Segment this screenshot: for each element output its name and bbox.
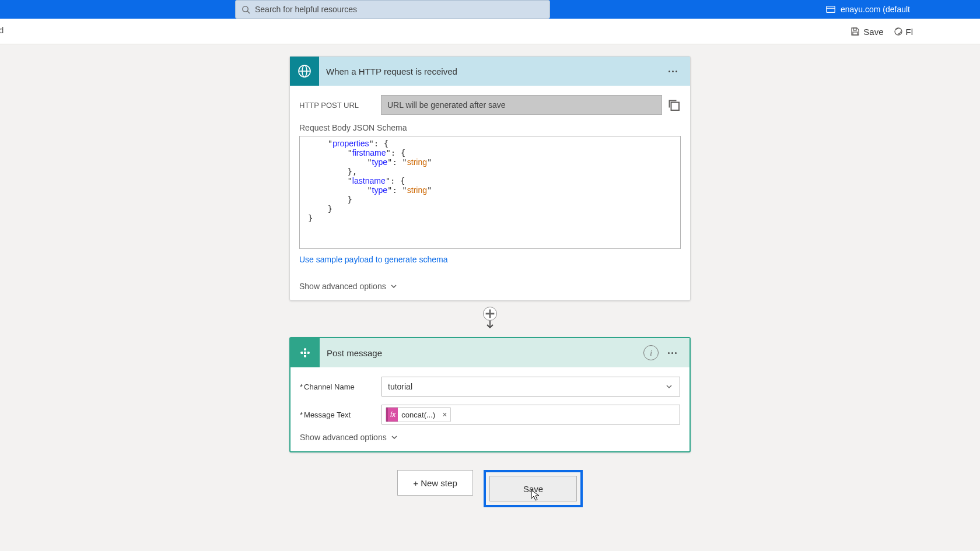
http-icon	[290, 57, 319, 86]
tenant-name: enayu.com (default	[841, 5, 910, 14]
slack-icon	[290, 338, 320, 367]
breadcrumb-fragment: d	[0, 25, 4, 35]
message-input[interactable]: fx concat(...) ×	[382, 405, 680, 424]
action-card: Post message i Channel Name tutorial Mes…	[289, 337, 691, 452]
cursor-icon	[531, 490, 540, 501]
save-icon	[850, 27, 860, 36]
action-title: Post message	[327, 348, 643, 358]
trigger-card: When a HTTP request is received HTTP POS…	[289, 56, 691, 301]
connector	[483, 307, 497, 332]
cmdbar-flow-button[interactable]: Fl	[893, 26, 914, 37]
search-icon	[242, 5, 250, 14]
channel-value: tutorial	[388, 382, 412, 391]
svg-rect-6	[853, 32, 858, 35]
svg-rect-11	[671, 103, 680, 111]
flow-checker-icon	[893, 26, 904, 37]
info-button[interactable]: i	[643, 345, 659, 360]
tenant-switcher[interactable]: enayu.com (default	[825, 4, 910, 15]
svg-line-1	[247, 11, 250, 13]
save-highlight: Save	[484, 470, 583, 507]
svg-rect-2	[827, 6, 835, 13]
cmdbar-save-button[interactable]: Save	[850, 27, 883, 37]
url-label: HTTP POST URL	[299, 101, 381, 110]
trigger-header[interactable]: When a HTTP request is received	[290, 57, 690, 86]
directory-icon	[825, 4, 836, 15]
arrow-down-icon	[485, 321, 495, 332]
add-step-button[interactable]	[483, 307, 497, 321]
svg-rect-5	[853, 28, 856, 30]
chevron-down-icon	[664, 382, 674, 391]
sample-payload-link[interactable]: Use sample payload to generate schema	[299, 255, 681, 264]
action-menu-button[interactable]	[664, 349, 680, 357]
copy-icon	[667, 98, 681, 112]
trigger-menu-button[interactable]	[665, 67, 681, 76]
channel-select[interactable]: tutorial	[382, 377, 680, 396]
message-label: Message Text	[300, 410, 382, 419]
new-step-button[interactable]: + New step	[397, 470, 473, 496]
token-remove-button[interactable]: ×	[439, 410, 450, 419]
channel-label: Channel Name	[300, 382, 382, 391]
command-bar: d Save Fl	[0, 19, 980, 44]
expression-token[interactable]: fx concat(...) ×	[386, 407, 451, 422]
plus-icon	[484, 307, 496, 320]
token-text: concat(...)	[398, 410, 439, 419]
trigger-advanced-toggle[interactable]: Show advanced options	[299, 282, 681, 291]
search-box[interactable]: Search for helpful resources	[235, 0, 550, 19]
bottom-buttons: + New step Save	[397, 470, 583, 507]
fx-icon: fx	[386, 408, 398, 422]
schema-textarea[interactable]: "properties": { "firstname": { "type": "…	[299, 136, 681, 249]
trigger-advanced-label: Show advanced options	[299, 282, 386, 291]
url-readonly-field: URL will be generated after save	[381, 95, 662, 115]
trigger-title: When a HTTP request is received	[326, 66, 665, 76]
cmdbar-save-label: Save	[863, 27, 883, 37]
action-advanced-label: Show advanced options	[300, 433, 387, 442]
action-header[interactable]: Post message i	[290, 338, 690, 367]
save-button[interactable]: Save	[489, 476, 577, 501]
global-header: Search for helpful resources enayu.com (…	[0, 0, 980, 19]
schema-label: Request Body JSON Schema	[299, 123, 681, 132]
search-placeholder: Search for helpful resources	[255, 5, 357, 14]
chevron-down-icon	[390, 433, 398, 441]
copy-url-button[interactable]	[667, 98, 681, 112]
cmdbar-flow-label: Fl	[906, 27, 914, 37]
svg-point-0	[243, 6, 248, 11]
action-advanced-toggle[interactable]: Show advanced options	[300, 433, 680, 442]
chevron-down-icon	[390, 282, 398, 290]
